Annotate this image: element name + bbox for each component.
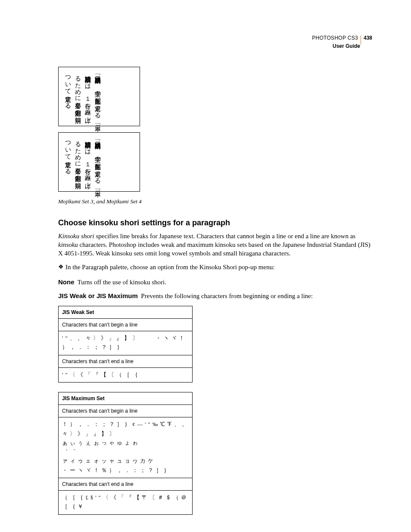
figure-mojikumi-3: 「日本語組版規則」は、文字の配置法を規定する。「日本語組版規則」では、１行を組み… bbox=[58, 67, 140, 126]
section-heading: Choose kinsoku shori settings for a para… bbox=[58, 218, 372, 228]
jis-max-begin-chars: ！ ） ， ． ： ； ？ ］ ｝ ¢ — ' " ‰ ℃ ℉ 、 。 々 〉 … bbox=[59, 417, 192, 478]
jis-max-end-chars: （ ［ ｛ £ § ' " 〈 《 「 『 【 〒 〔 ＃ ＄ （ ＠ ［ ｛ … bbox=[59, 491, 192, 514]
jis-weak-title: JIS Weak Set bbox=[59, 306, 192, 319]
header-guide-label: User Guide bbox=[312, 43, 372, 50]
option-jis-label: JIS Weak or JIS Maximum bbox=[58, 292, 138, 299]
jis-weak-end-label: Characters that can't end a line bbox=[59, 355, 192, 368]
jis-weak-table: JIS Weak Set Characters that can't begin… bbox=[58, 306, 193, 383]
figure-text-1: 「日本語組版規則」は、文字の配置法を規定する。「日本語組版規則」では、１行を組み… bbox=[63, 72, 103, 121]
header-separator bbox=[361, 35, 361, 45]
option-none-label: None bbox=[58, 278, 75, 286]
header-page-number: 438 bbox=[364, 35, 372, 42]
intro-paragraph: Kinsoku shori specifies line breaks for … bbox=[58, 232, 372, 258]
page-header: PHOTOSHOP CS3 438 User Guide bbox=[312, 34, 372, 50]
jis-weak-begin-chars: ' " 、 。 々 〉 》 」 』 】 〕 ゝ ゞ ・ ヽ ヾ ！ ） ， ． … bbox=[59, 331, 192, 355]
jis-weak-begin-label: Characters that can't begin a line bbox=[59, 319, 192, 331]
term-kinsoku-shori: Kinsoku shori bbox=[58, 233, 94, 240]
jis-max-title: JIS Maximum Set bbox=[59, 392, 192, 405]
figure-mojikumi-4: 「日本語組版規則」は、文字の配置法を規定する。「日本語組版規則」では、１行を組み… bbox=[58, 132, 140, 192]
option-none: None Turns off the use of kinsoku shori. bbox=[58, 278, 372, 286]
header-app-name: PHOTOSHOP CS3 bbox=[312, 35, 358, 42]
option-jis: JIS Weak or JIS Maximum Prevents the fol… bbox=[58, 292, 372, 300]
jis-weak-end-chars: ' " 〈 《 「 『 【 〔 （ ［ ｛ bbox=[59, 368, 192, 382]
figure-text-2: 「日本語組版規則」は、文字の配置法を規定する。「日本語組版規則」では、１行を組み… bbox=[63, 137, 103, 187]
jis-max-table: JIS Maximum Set Characters that can't be… bbox=[58, 392, 193, 515]
figure-caption: Mojikumi Set 3, and Mojikumi Set 4 bbox=[58, 198, 372, 205]
diamond-bullet-icon: ❖ bbox=[58, 264, 64, 270]
jis-max-end-label: Characters that can't end a line bbox=[59, 478, 192, 491]
term-kinsoku: kinsoku bbox=[58, 241, 78, 248]
jis-max-begin-label: Characters that can't begin a line bbox=[59, 405, 192, 417]
instruction-bullet: ❖In the Paragraph palette, choose an opt… bbox=[58, 263, 372, 272]
